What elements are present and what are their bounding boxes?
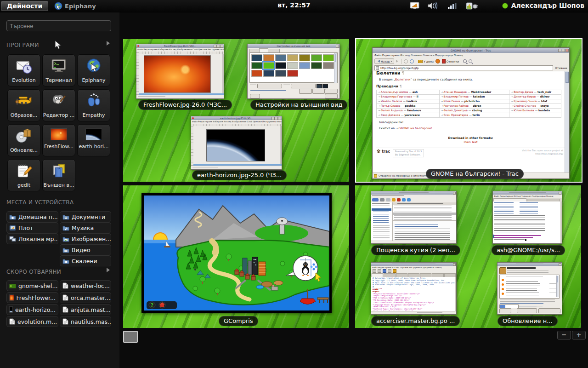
terminal-scrollbar[interactable] xyxy=(560,201,562,243)
wallpaper-thumb[interactable] xyxy=(275,62,286,69)
window-terminal[interactable]: Файл Редактиране Изглед Терминал Подпроз… xyxy=(492,191,562,244)
app-tile-gcompris[interactable]: Образов... xyxy=(7,89,40,121)
message-list[interactable] xyxy=(393,205,456,220)
search-input[interactable] xyxy=(6,20,111,31)
stop-icon[interactable] xyxy=(404,59,408,63)
app-tile-appearance[interactable]: Външен в... xyxy=(42,159,75,191)
gimp-vscrollbar[interactable] xyxy=(222,54,224,93)
wallpaper-thumb[interactable] xyxy=(263,54,274,61)
workspace-3[interactable]: ? GCompris xyxy=(123,185,349,328)
wallpaper-thumb[interactable] xyxy=(275,54,286,61)
app-tile-epiphany[interactable]: Epiphany xyxy=(77,54,110,86)
color-swatch-1[interactable] xyxy=(317,84,322,88)
app-menu[interactable]: Epiphany xyxy=(54,1,96,11)
update-help-button[interactable] xyxy=(499,308,511,313)
place-videos[interactable]: Видео xyxy=(60,244,111,255)
back-button[interactable]: Назад xyxy=(374,58,394,64)
workspace-add-target[interactable] xyxy=(123,331,138,343)
window-gimp-freshflower[interactable]: FreshFlower.jpg-26.0 (ЧЗС... Файл Редакт… xyxy=(136,44,224,99)
forward-icon[interactable] xyxy=(396,60,400,63)
app-tile-gimp[interactable]: Редактор ... xyxy=(42,89,75,121)
colors-dropdown[interactable] xyxy=(291,84,316,88)
wallpaper-thumb[interactable] xyxy=(323,62,334,69)
workspace-1[interactable]: FreshFlower.jpg-26.0 (ЧЗС... Файл Редакт… xyxy=(123,39,349,182)
window-evolution-mail[interactable] xyxy=(371,191,457,244)
recent-gnome-shell[interactable]: gnome-shel... xyxy=(6,280,58,291)
wallpaper-thumb[interactable] xyxy=(287,70,298,77)
gedit-text[interactable]: # Bulgarian translation of accerciser po… xyxy=(371,277,455,311)
clock[interactable]: вт, 22:57 xyxy=(248,1,340,9)
update-list[interactable] xyxy=(499,275,560,299)
wallpaper-thumb[interactable] xyxy=(299,54,310,61)
network-signal-icon[interactable] xyxy=(447,2,458,10)
browser-scrollbar[interactable] xyxy=(565,71,569,172)
wallpaper-thumb[interactable] xyxy=(323,54,334,61)
wallpaper-thumb[interactable] xyxy=(311,54,322,61)
minimize-button[interactable] xyxy=(558,49,561,52)
wallpaper-thumb[interactable] xyxy=(263,62,274,69)
battery-icon[interactable] xyxy=(466,2,479,10)
update-install-button[interactable] xyxy=(538,308,560,313)
wallpaper-thumb[interactable] xyxy=(251,54,262,61)
maximize-button[interactable] xyxy=(562,49,565,52)
user-menu[interactable]: Александър Шопов xyxy=(502,2,584,9)
url-input[interactable]: http://fsa-bg.org/project/gtp xyxy=(374,65,553,70)
volume-icon[interactable] xyxy=(427,2,438,10)
place-music[interactable]: Музика xyxy=(60,222,111,233)
recent-evolution-file[interactable]: evolution.m... xyxy=(6,316,58,327)
app-tile-evolution[interactable]: Evolution xyxy=(7,54,40,86)
minimize-button[interactable] xyxy=(214,45,217,48)
save-button[interactable] xyxy=(312,89,325,94)
place-home[interactable]: Домашна п... xyxy=(6,211,58,222)
workspace-4[interactable]: Пощенска кутия (2 неп... Файл Редактиран… xyxy=(355,185,581,328)
wallpaper-thumb[interactable] xyxy=(299,62,310,69)
place-local-network[interactable]: Локална мр... xyxy=(6,233,58,244)
wallpaper-thumb[interactable] xyxy=(263,70,274,77)
wallpaper-thumb[interactable] xyxy=(251,62,262,69)
terminal-screen[interactable] xyxy=(493,201,560,243)
maximize-button[interactable] xyxy=(217,45,220,48)
style-dropdown[interactable] xyxy=(257,84,282,88)
update-check-button[interactable] xyxy=(517,308,537,313)
window-gimp-earth[interactable]: earth-horizon.jpg-25.0 (ЧЗ... Файл Редак… xyxy=(191,116,282,170)
color-swatch-2[interactable] xyxy=(322,84,328,88)
recent-expand-icon[interactable] xyxy=(107,268,112,272)
wallpaper-scrollbar[interactable] xyxy=(334,53,337,83)
display-settings-icon[interactable] xyxy=(410,2,420,10)
window-software-update[interactable] xyxy=(497,262,562,315)
go-button[interactable]: Отиване xyxy=(555,66,567,69)
reload-icon[interactable] xyxy=(410,59,414,63)
place-desktop[interactable]: Плот xyxy=(6,222,58,233)
recent-weather-loc[interactable]: weather-loc... xyxy=(60,280,111,291)
recent-freshflower[interactable]: FreshFlower... xyxy=(6,292,58,303)
wallpaper-thumb[interactable] xyxy=(275,70,286,77)
recent-earth-horizon[interactable]: earth-horizo... xyxy=(6,304,58,315)
wallpaper-thumb[interactable] xyxy=(311,62,322,69)
gimp-vscrollbar[interactable] xyxy=(280,126,282,164)
place-documents[interactable]: Документи xyxy=(60,211,111,222)
window-epiphany-trac[interactable]: GNOME на български! - Trac Файл Редактир… xyxy=(372,47,570,179)
window-appearance-settings[interactable]: Настройки на външния вид xyxy=(247,44,340,99)
recent-orca[interactable]: orca.master.... xyxy=(60,292,111,303)
app-tile-software-update[interactable]: Обновле... xyxy=(7,124,40,156)
place-pictures[interactable]: Изображен... xyxy=(60,233,111,244)
home-button[interactable]: У дома xyxy=(418,60,434,63)
window-gedit-accerciser[interactable]: Файл Редактиране Изглед Търсене Инструме… xyxy=(371,262,457,315)
help-button[interactable] xyxy=(250,94,260,98)
add-button[interactable] xyxy=(325,89,338,94)
restore-button[interactable] xyxy=(299,89,312,94)
zoom-out-icon[interactable] xyxy=(469,59,472,63)
app-tile-earth-horizon[interactable]: earth-hori... xyxy=(77,124,110,156)
wallpaper-thumb[interactable] xyxy=(287,54,298,61)
workspace-2-active[interactable]: GNOME на български! - Trac Файл Редактир… xyxy=(355,38,582,183)
close-button[interactable] xyxy=(278,117,281,120)
wallpaper-thumb[interactable] xyxy=(251,70,262,77)
app-tile-empathy[interactable]: Empathy xyxy=(77,89,110,121)
close-button[interactable] xyxy=(220,45,223,48)
workspace-remove-button[interactable]: − xyxy=(557,331,571,339)
app-tile-gedit[interactable]: gedit xyxy=(7,159,40,191)
activities-button[interactable]: Дейности xyxy=(1,1,48,11)
bookmarks-button[interactable]: Отметки xyxy=(442,59,459,63)
window-gcompris[interactable]: ? xyxy=(141,193,332,313)
minimize-button[interactable] xyxy=(271,117,275,120)
